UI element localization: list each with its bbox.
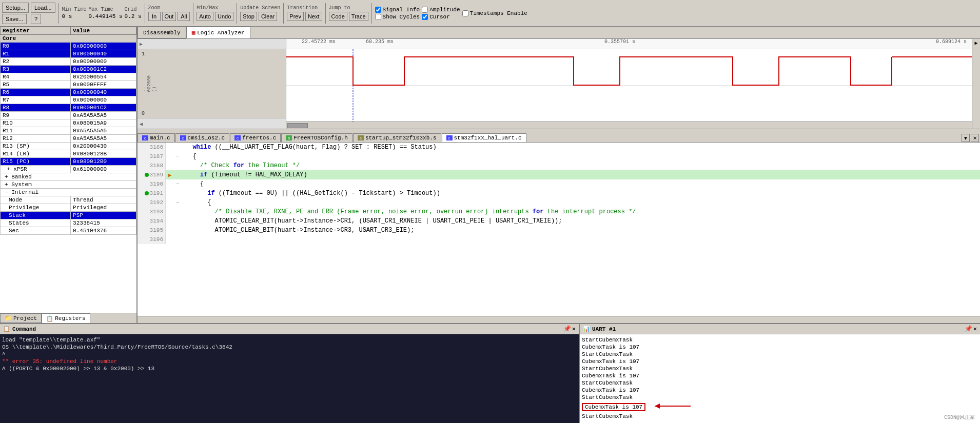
uart-highlighted-row: CubemxTask is 107 xyxy=(582,401,978,413)
trace-button[interactable]: Trace xyxy=(349,12,368,21)
command-line: load "template\\template.axf" xyxy=(2,336,577,344)
reg-name: R10 xyxy=(1,119,71,127)
setup-button[interactable]: Setup... xyxy=(2,3,29,13)
reg-name: R8 xyxy=(1,104,71,112)
uart-close-icon[interactable]: ✕ xyxy=(973,325,977,333)
command-panel-controls: 📌 ✕ xyxy=(563,325,576,333)
uart-line: StartCubemxTask xyxy=(582,336,978,344)
zoom-out-button[interactable]: Out xyxy=(162,12,177,21)
cmsis-tab[interactable]: c cmsis_os2.c xyxy=(175,133,230,142)
save-button[interactable]: Save... xyxy=(2,14,27,24)
main-c-label: main.c xyxy=(150,135,170,141)
line-num: 3195 xyxy=(150,227,163,233)
uart-pin-icon[interactable]: 📌 xyxy=(965,325,972,333)
code-horizontal-scrollbar[interactable] xyxy=(138,316,980,323)
project-tab[interactable]: 📁 Project xyxy=(0,313,42,323)
sep3 xyxy=(193,3,193,24)
uart-line: StartCubemxTask xyxy=(582,413,978,420)
zoom-in-button[interactable]: In xyxy=(148,12,161,21)
code-button[interactable]: Code xyxy=(329,12,347,21)
internal-reg-value: 0.45104376 xyxy=(71,227,136,235)
command-panel: 📋 Command 📌 ✕ load "template\\template.a… xyxy=(0,324,580,423)
uart-title-group: 📊 UART #1 xyxy=(583,326,616,332)
auto-button[interactable]: Auto xyxy=(197,12,213,21)
prev-button[interactable]: Prev xyxy=(287,12,304,21)
uart-panel-title: 📊 UART #1 📌 ✕ xyxy=(580,324,980,334)
right-area: Disassembly ▦ Logic Analyzer ▶ 1 xyxy=(138,27,980,323)
reg-value: 0x000001C2 xyxy=(71,104,136,112)
command-pin-icon[interactable]: 📌 xyxy=(563,325,571,333)
amplitude-checkbox[interactable] xyxy=(422,7,428,13)
fold-area[interactable]: − xyxy=(174,198,181,207)
timestamps-cb-group: Timestamps Enable xyxy=(462,10,527,16)
registers-tab[interactable]: 📋 Registers xyxy=(42,313,90,323)
freertosconfig-tab[interactable]: h FreeRTOSConfig.h xyxy=(281,133,352,142)
command-line: ^ xyxy=(2,351,577,358)
logic-analyzer-tab[interactable]: ▦ Logic Analyzer xyxy=(186,27,250,38)
code-line: 3186 while ((__HAL_UART_GET_FLAG(huart, … xyxy=(138,143,980,152)
scroll-right-btn[interactable]: ▶ xyxy=(974,40,977,46)
fold-area[interactable]: − xyxy=(174,179,181,189)
load-button[interactable]: Load... xyxy=(31,3,55,13)
xpsr-icon: + xyxy=(7,166,10,172)
line-content: { xyxy=(181,179,980,189)
timestamps-group: Timestamps Enable xyxy=(462,10,527,16)
reg-name: R1 xyxy=(1,50,71,58)
uart-content[interactable]: StartCubemxTaskCubemxTask is 107StartCub… xyxy=(580,334,980,423)
startup-tab[interactable]: s startup_stm32f103xb.s xyxy=(353,133,441,142)
show-cycles-checkbox[interactable] xyxy=(375,14,381,20)
freertos-tab[interactable]: c freertos.c xyxy=(230,133,281,142)
signal-info-checkbox[interactable] xyxy=(375,7,381,13)
clear-button[interactable]: Clear xyxy=(259,12,277,21)
command-close-icon[interactable]: ✕ xyxy=(572,325,576,333)
code-line: 3191 if ((Timeout == 0U) || ((HAL_GetTic… xyxy=(138,189,980,198)
hal-uart-tab[interactable]: c stm32f1xx_hal_uart.c xyxy=(442,133,526,142)
tab-scroll-left[interactable]: ▼ xyxy=(962,134,970,142)
timestamps-checkbox[interactable] xyxy=(462,10,468,16)
internal-reg-name: Sec xyxy=(1,227,71,235)
uart-arrow xyxy=(650,401,691,413)
main-c-tab[interactable]: c main.c xyxy=(138,133,175,142)
code-line: 3195 ATOMIC_CLEAR_BIT(huart->Instance->C… xyxy=(138,226,980,235)
table-row: R80x000001C2 xyxy=(1,104,136,112)
waveform-content: ▶ 1 ..002000() 0 ◀ xyxy=(138,39,980,129)
line-arrow-area xyxy=(166,152,174,161)
tab-close[interactable]: ✕ xyxy=(971,134,979,142)
undo-button[interactable]: Undo xyxy=(215,12,233,21)
table-row: R70x00000000 xyxy=(1,96,136,104)
zoom-all-button[interactable]: All xyxy=(178,12,190,21)
waveform-scrollbar[interactable] xyxy=(286,122,972,129)
reg-name: R7 xyxy=(1,96,71,104)
command-content[interactable]: load "template\\template.axf"OS \\templa… xyxy=(0,334,579,423)
code-lines-container[interactable]: 3186 while ((__HAL_UART_GET_FLAG(huart, … xyxy=(138,143,980,316)
uart-panel-controls: 📌 ✕ xyxy=(965,325,977,333)
left-channel-label: ..002000() xyxy=(142,75,284,92)
disassembly-tab[interactable]: Disassembly xyxy=(138,27,186,38)
grid-label: Grid xyxy=(125,7,137,12)
table-row: States32338415 xyxy=(1,219,136,227)
bottom-tabs: 📁 Project 📋 Registers xyxy=(0,313,136,323)
signal-waveform xyxy=(286,57,892,85)
line-number-area: 3194 xyxy=(138,216,166,226)
line-number-area: 3188 xyxy=(138,161,166,170)
stop-button[interactable]: Stop xyxy=(240,12,257,21)
logic-analyzer-icon: ▦ xyxy=(192,29,195,36)
waveform-tabs: Disassembly ▦ Logic Analyzer xyxy=(138,27,980,39)
scrollbar-thumb[interactable] xyxy=(287,123,308,128)
reg-value: 0x00000040 xyxy=(71,89,136,96)
help-button[interactable]: ? xyxy=(31,14,41,24)
next-button[interactable]: Next xyxy=(305,12,322,21)
line-content: while ((__HAL_UART_GET_FLAG(huart, Flag)… xyxy=(181,143,980,152)
waveform-signal-area xyxy=(286,49,972,122)
fold-area[interactable]: − xyxy=(174,152,181,161)
minmax-group: Min/Max Auto Undo xyxy=(197,5,233,21)
project-label: Project xyxy=(13,315,37,321)
line-content: { xyxy=(181,198,980,207)
zoom-label: Zoom xyxy=(148,5,161,11)
table-row: R120xA5A5A5A5 xyxy=(1,135,136,143)
svg-marker-3 xyxy=(655,404,660,409)
line-number-area: 3191 xyxy=(138,189,166,198)
time-marker-1: 22.45722 ms xyxy=(302,39,336,45)
cursor-checkbox[interactable] xyxy=(422,14,428,20)
middle-area: Register Value CoreR00x00000000R10x00000… xyxy=(0,27,980,323)
